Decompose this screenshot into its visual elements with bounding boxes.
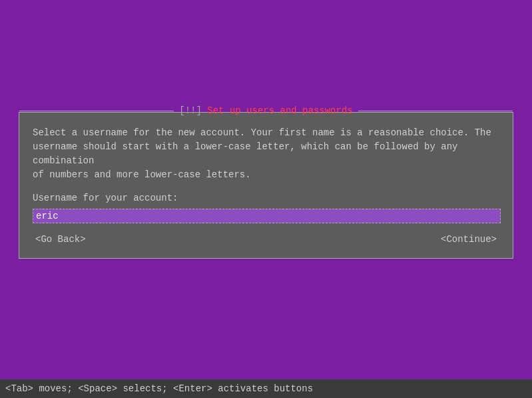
continue-button[interactable]: <Continue> [441, 234, 497, 245]
dialog-title: [!!] Set up users and passwords [174, 105, 358, 116]
buttons-row: <Go Back> <Continue> [33, 234, 499, 245]
go-back-button[interactable]: <Go Back> [35, 234, 86, 245]
status-text: <Tab> moves; <Space> selects; <Enter> ac… [5, 383, 313, 394]
username-input[interactable] [33, 209, 501, 223]
title-bracket-left: [!!] [179, 105, 202, 116]
field-label: Username for your account: [33, 193, 499, 203]
dialog-body: Select a username for the new account. Y… [19, 113, 513, 255]
dialog-title-text: Set up users and passwords [202, 105, 353, 116]
title-line-right [358, 111, 513, 111]
description-text: Select a username for the new account. Y… [33, 126, 499, 182]
dialog: [!!] Set up users and passwords Select a… [19, 112, 513, 259]
title-line-left [19, 111, 174, 111]
dialog-title-bar: [!!] Set up users and passwords [19, 105, 513, 116]
status-bar: <Tab> moves; <Space> selects; <Enter> ac… [0, 379, 532, 398]
screen: [!!] Set up users and passwords Select a… [0, 0, 532, 398]
